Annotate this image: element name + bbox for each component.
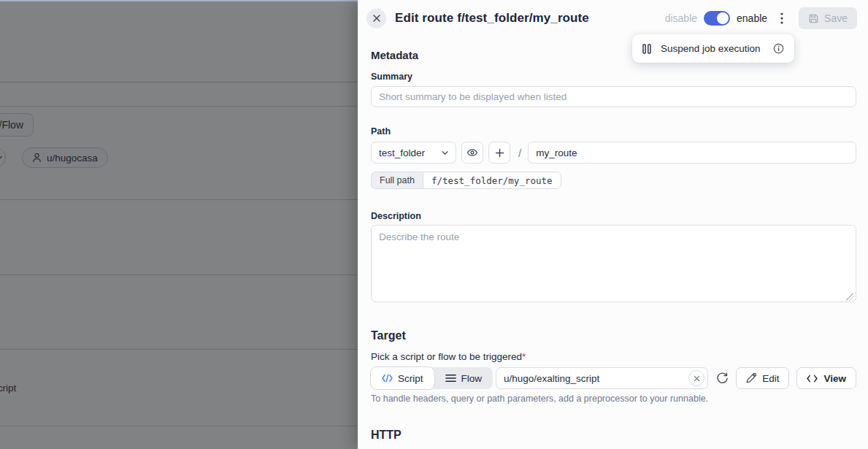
folder-select-value: test_folder xyxy=(379,147,425,158)
edit-button-label: Edit xyxy=(762,373,779,384)
runnable-picker-label: Pick a script or flow to be triggered* xyxy=(371,351,856,362)
pencil-icon xyxy=(746,373,756,383)
info-icon xyxy=(773,43,784,54)
description-label: Description xyxy=(371,211,856,221)
summary-input[interactable] xyxy=(371,86,856,107)
runnable-input-wrap xyxy=(496,367,708,389)
plus-icon xyxy=(495,148,504,158)
eye-icon xyxy=(466,147,478,158)
suspend-job-menu-item[interactable]: Suspend job execution xyxy=(632,34,794,63)
resize-handle[interactable] xyxy=(846,293,853,301)
full-path-row: Full path f/test_folder/my_route xyxy=(371,172,561,189)
tab-script-label: Script xyxy=(398,373,423,384)
close-icon xyxy=(694,375,700,382)
required-asterisk: * xyxy=(522,351,526,362)
pause-icon xyxy=(642,44,651,54)
route-name-input[interactable] xyxy=(528,142,856,164)
runnable-path-input[interactable] xyxy=(496,367,708,389)
target-heading: Target xyxy=(371,329,856,342)
http-heading: HTTP xyxy=(371,429,856,442)
disable-label: disable xyxy=(665,12,697,24)
kebab-menu-icon xyxy=(780,12,783,24)
summary-label: Summary xyxy=(371,72,856,82)
runnable-picker-row: Script Flow Edit xyxy=(371,367,856,389)
edit-runnable-button[interactable]: Edit xyxy=(736,367,789,389)
chevron-down-icon xyxy=(441,149,449,157)
script-flow-toggle-group: Script Flow xyxy=(371,367,493,389)
refresh-runnable-button[interactable] xyxy=(716,372,729,385)
background-page: /Flow u/hugocasa script xyxy=(0,0,358,449)
drawer-header: Edit route f/test_folder/my_route disabl… xyxy=(358,0,868,37)
full-path-label: Full path xyxy=(371,172,423,189)
save-button[interactable]: Save xyxy=(799,7,857,29)
view-folder-button[interactable] xyxy=(461,142,483,164)
code-brackets-icon xyxy=(807,375,818,383)
tab-script[interactable]: Script xyxy=(371,367,434,389)
close-button[interactable] xyxy=(366,9,386,28)
enable-label: enable xyxy=(737,12,767,24)
save-button-label: Save xyxy=(824,12,848,24)
code-icon xyxy=(382,374,393,383)
folder-select[interactable]: test_folder xyxy=(371,142,456,164)
path-separator: / xyxy=(518,147,521,159)
suspend-job-label: Suspend job execution xyxy=(661,43,761,54)
full-path-value: f/test_folder/my_route xyxy=(423,172,561,189)
preprocessor-helper-text: To handle headers, query or path paramet… xyxy=(371,394,856,404)
refresh-icon xyxy=(716,372,729,385)
description-textarea[interactable] xyxy=(371,225,856,302)
flow-list-icon xyxy=(445,374,456,383)
tab-flow[interactable]: Flow xyxy=(434,367,493,389)
more-options-button[interactable] xyxy=(780,12,783,24)
top-progress-line xyxy=(0,0,358,1)
view-button-label: View xyxy=(823,373,846,384)
save-icon xyxy=(808,13,819,24)
add-folder-button[interactable] xyxy=(488,142,510,164)
enable-toggle[interactable] xyxy=(704,11,730,26)
toggle-knob xyxy=(717,12,729,24)
drawer-title: Edit route f/test_folder/my_route xyxy=(395,11,589,26)
tab-flow-label: Flow xyxy=(461,373,483,384)
view-runnable-button[interactable]: View xyxy=(796,367,856,389)
path-label: Path xyxy=(371,126,856,137)
close-icon xyxy=(372,14,381,23)
path-row: test_folder / xyxy=(371,142,856,164)
edit-route-drawer: Edit route f/test_folder/my_route disabl… xyxy=(358,0,868,449)
modal-overlay[interactable] xyxy=(0,0,358,449)
drawer-content: Metadata Summary Path test_folder / Full… xyxy=(358,37,868,449)
